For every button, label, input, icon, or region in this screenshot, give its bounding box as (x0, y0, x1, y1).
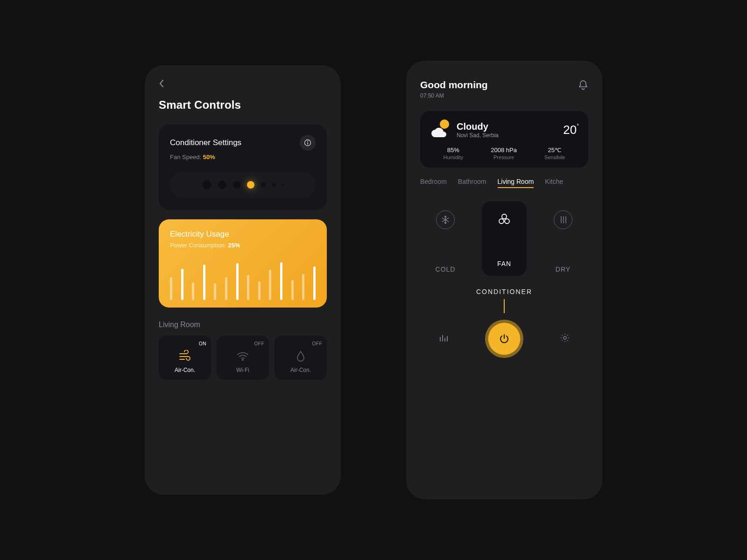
electricity-usage-card: Electricity Usage Power Consumption: 25% (159, 219, 327, 308)
room-tab[interactable]: Bedroom (420, 178, 447, 188)
modes-row: COLD FAN DRY (420, 201, 588, 276)
conditioner-settings-card: Conditioner Settings Fan Speed: 50% (159, 125, 327, 210)
tile-state: OFF (312, 341, 323, 346)
fan-speed-line: Fan Speed: 50% (170, 154, 316, 161)
weather-stat-pressure: 2008 hPa Pressure (491, 147, 517, 160)
speed-dot (202, 180, 211, 189)
settings-button[interactable] (560, 333, 570, 345)
speed-dot (272, 183, 275, 187)
usage-bar (181, 269, 183, 301)
svg-rect-2 (307, 142, 308, 145)
mode-fan[interactable]: FAN (482, 201, 527, 276)
svg-point-7 (564, 336, 566, 339)
usage-bar (258, 281, 261, 301)
power-icon (491, 325, 518, 352)
speed-dot (233, 181, 240, 189)
room-tab[interactable]: Bathroom (458, 178, 486, 188)
power-label: Power Consumption: (170, 242, 226, 249)
power-button[interactable] (485, 320, 523, 358)
device-tiles-row: ON Air-Con. OFF Wi-Fi OFF Air-Con. (159, 336, 327, 380)
usage-bar (192, 282, 194, 300)
fan-speed-slider[interactable] (170, 172, 316, 198)
bottom-nav (420, 320, 588, 358)
weather-location: Novi Sad, Serbia (457, 132, 557, 139)
mode-label: COLD (436, 266, 456, 273)
weather-condition: Cloudy (457, 121, 557, 132)
usage-bar (302, 274, 304, 300)
usage-bar (214, 283, 216, 300)
usage-bar (225, 277, 227, 301)
svg-point-3 (242, 359, 243, 360)
usage-bar-chart (170, 258, 316, 300)
usage-bar (313, 266, 316, 300)
speed-dot (261, 182, 266, 187)
tile-label: Air-Con. (175, 367, 195, 373)
conditioner-card-title: Conditioner Settings (170, 138, 241, 147)
fan-speed-value: 50% (203, 154, 215, 161)
fan-speed-label: Fan Speed: (170, 154, 201, 161)
power-consumption-line: Power Consumption: 25% (170, 242, 316, 249)
room-section-label: Living Room (159, 321, 327, 329)
heat-icon (554, 210, 572, 229)
mode-cold[interactable]: COLD (423, 201, 468, 276)
notifications-button[interactable] (578, 79, 588, 92)
droplet-icon (294, 349, 308, 363)
wind-icon (178, 349, 192, 363)
svg-point-6 (505, 219, 509, 224)
phone-smart-controls: Smart Controls Conditioner Settings Fan … (145, 65, 341, 495)
conditioner-indicator-line (504, 299, 505, 313)
stats-button[interactable] (438, 333, 449, 345)
svg-point-1 (307, 141, 308, 142)
power-value: 25% (228, 242, 240, 249)
weather-temperature: 20° (563, 123, 579, 137)
electricity-card-title: Electricity Usage (170, 230, 316, 239)
back-button[interactable] (159, 79, 327, 90)
tile-label: Wi-Fi (236, 367, 249, 373)
room-tabs: BedroomBathroomLiving RoomKitche (420, 178, 588, 188)
phone-home: Good morning 07:50 AM Cloudy Novi Sad, S… (406, 61, 602, 499)
page-title: Smart Controls (159, 98, 327, 112)
usage-bar (269, 270, 271, 300)
speed-dot-active (247, 181, 254, 189)
greeting-time: 07:50 AM (420, 92, 488, 99)
device-tile-aircon[interactable]: ON Air-Con. (159, 336, 211, 380)
greeting-title: Good morning (420, 79, 488, 91)
weather-card: Cloudy Novi Sad, Serbia 20° 85% Humidity… (420, 111, 588, 168)
fan-icon (496, 211, 512, 227)
weather-stat-sensible: 25℃ Sensibile (544, 147, 565, 160)
tile-label: Air-Con. (290, 367, 311, 373)
usage-bar (280, 262, 282, 300)
svg-point-5 (499, 219, 504, 224)
tile-state: OFF (254, 341, 265, 346)
svg-point-4 (502, 214, 507, 219)
device-tile-humidity[interactable]: OFF Air-Con. (275, 336, 327, 380)
mode-label: FAN (497, 260, 511, 267)
device-tile-wifi[interactable]: OFF Wi-Fi (217, 336, 269, 380)
mode-dry[interactable]: DRY (541, 201, 585, 276)
weather-stat-humidity: 85% Humidity (443, 147, 463, 160)
room-tab[interactable]: Kitche (545, 178, 563, 188)
room-tab[interactable]: Living Room (498, 178, 534, 188)
mode-label: DRY (556, 266, 571, 273)
conditioner-label: CONDITIONER (420, 288, 588, 295)
usage-bar (236, 263, 239, 300)
tile-state: ON (199, 341, 206, 346)
speed-dot (282, 184, 284, 186)
usage-bar (291, 280, 294, 300)
snowflake-icon (436, 210, 455, 229)
info-button[interactable] (300, 135, 316, 151)
usage-bar (203, 265, 205, 301)
usage-bar (170, 277, 172, 301)
wifi-icon (236, 349, 250, 363)
usage-bar (247, 275, 249, 300)
speed-dot (218, 181, 226, 189)
weather-icon (430, 119, 450, 140)
